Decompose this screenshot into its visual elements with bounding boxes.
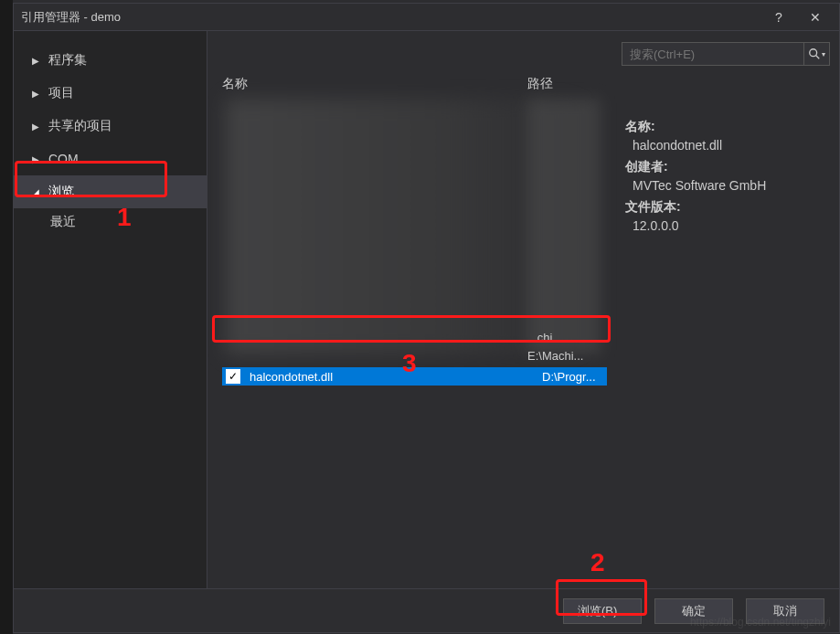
detail-version-value: 12.0.0.0: [633, 217, 828, 236]
row-name-cell: halcondotnet.dll: [250, 370, 542, 384]
list-row-selected[interactable]: ✓ halcondotnet.dll D:\Progr...: [222, 367, 607, 386]
sidebar-item-label: COM: [48, 152, 79, 166]
list-row-path-partial[interactable]: ...chi...: [527, 331, 562, 349]
dropdown-caret-icon: ▾: [822, 50, 825, 58]
caret-down-icon: ◢: [32, 187, 43, 197]
window-title: 引用管理器 - demo: [21, 9, 121, 26]
browse-button[interactable]: 浏览(B)...: [563, 598, 642, 624]
sidebar-item-projects[interactable]: ▶ 项目: [14, 77, 207, 110]
search-input[interactable]: [622, 48, 803, 61]
sidebar-item-label: 程序集: [48, 52, 87, 69]
sidebar: ▶ 程序集 ▶ 项目 ▶ 共享的项目 ▶ COM ◢ 浏览 最近: [14, 31, 207, 588]
detail-name-value: halcondotnet.dll: [633, 136, 828, 155]
svg-line-1: [816, 56, 820, 59]
caret-right-icon: ▶: [32, 154, 43, 164]
search-box: ▾: [622, 42, 830, 66]
file-list: 名称 路径 ...chi... E:\Machi... ✓ halcondotn…: [207, 73, 616, 588]
close-button[interactable]: ✕: [797, 4, 834, 30]
caret-right-icon: ▶: [32, 89, 43, 99]
help-button[interactable]: ?: [760, 4, 797, 30]
main-area: ▾ 名称 路径 ...chi... E:\Machi... ✓ halcondo…: [207, 31, 839, 588]
sidebar-item-label: 浏览: [48, 184, 74, 200]
sidebar-item-assemblies[interactable]: ▶ 程序集: [14, 44, 207, 77]
detail-creator-value: MVTec Software GmbH: [633, 176, 828, 195]
list-row-path-partial[interactable]: E:\Machi...: [527, 349, 583, 367]
sidebar-item-label: 共享的项目: [48, 118, 112, 134]
titlebar: 引用管理器 - demo ? ✕: [14, 4, 839, 31]
detail-name-label: 名称:: [625, 117, 828, 136]
detail-version-label: 文件版本:: [625, 197, 828, 217]
reference-manager-window: 引用管理器 - demo ? ✕ ▶ 程序集 ▶ 项目 ▶ 共享的项目 ▶ CO…: [13, 3, 840, 633]
caret-right-icon: ▶: [32, 122, 43, 132]
dialog-body: ▶ 程序集 ▶ 项目 ▶ 共享的项目 ▶ COM ◢ 浏览 最近: [14, 31, 839, 588]
search-icon: [808, 48, 821, 60]
details-panel: 名称: halcondotnet.dll 创建者: MVTec Software…: [616, 73, 839, 588]
caret-right-icon: ▶: [32, 56, 43, 66]
column-header-name[interactable]: 名称: [222, 73, 248, 95]
sidebar-sub-label: 最近: [50, 214, 76, 230]
window-controls: ? ✕: [760, 4, 834, 30]
checkbox-checked[interactable]: ✓: [226, 369, 240, 384]
sidebar-item-label: 项目: [48, 85, 74, 101]
column-header-path[interactable]: 路径: [527, 73, 553, 95]
search-button[interactable]: ▾: [803, 43, 829, 65]
watermark: https://blog.csdn.net/tingzhiyi: [690, 616, 831, 629]
sidebar-item-com[interactable]: ▶ COM: [14, 143, 207, 175]
detail-creator-label: 创建者:: [625, 157, 828, 176]
sidebar-sub-recent[interactable]: 最近: [14, 208, 207, 236]
list-area: 名称 路径 ...chi... E:\Machi... ✓ halcondotn…: [207, 73, 839, 588]
svg-point-0: [810, 49, 817, 57]
sidebar-item-shared-projects[interactable]: ▶ 共享的项目: [14, 110, 207, 143]
blurred-paths: [527, 99, 601, 354]
row-path-cell: D:\Progr...: [542, 370, 596, 384]
sidebar-item-browse[interactable]: ◢ 浏览: [14, 175, 207, 208]
left-edge-crop: [0, 0, 13, 634]
